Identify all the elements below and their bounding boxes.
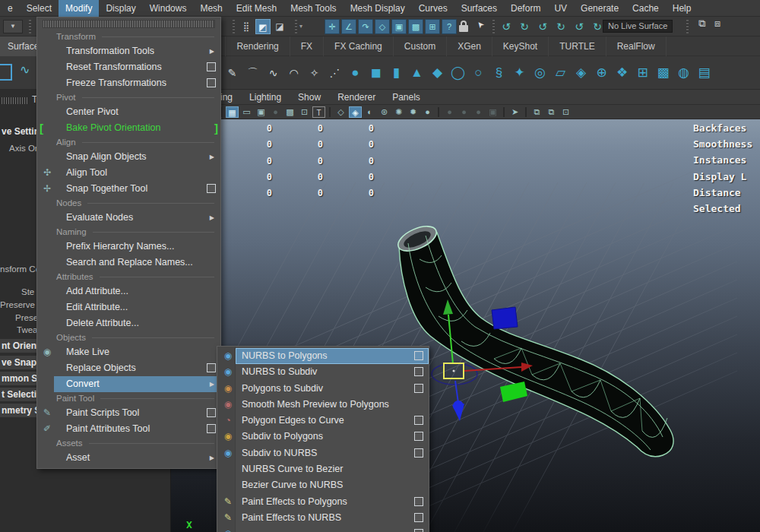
menubar-item[interactable]: Curves [412, 0, 454, 17]
viewport-toolbar-icon[interactable]: ▣ [486, 106, 499, 118]
menu-item[interactable]: [ Search and Replace Names... ▶ ] [37, 255, 220, 271]
viewport-toolbar-icon[interactable] [329, 107, 331, 117]
option-box[interactable] [207, 184, 216, 193]
menu-set-dropdown[interactable]: ▼ [3, 20, 23, 33]
history-icon[interactable]: ↻ [518, 19, 530, 34]
option-box[interactable] [207, 424, 216, 433]
option-box[interactable] [207, 78, 216, 87]
separator[interactable] [233, 20, 235, 33]
menu-item[interactable]: [ Paint Tool ▶ ] [37, 392, 220, 405]
nurbs-square-icon[interactable] [0, 64, 12, 81]
option-box[interactable] [414, 367, 423, 376]
shelf-tab[interactable]: KeyShot [492, 36, 549, 56]
shelf-tab[interactable]: TURTLE [549, 36, 606, 56]
option-box[interactable] [414, 497, 423, 506]
panel-toggle-icon[interactable]: ⧉ [695, 17, 710, 30]
shelf-tab[interactable]: RealFlow [606, 36, 667, 56]
menu-item[interactable]: [ Attributes ▶ ] [37, 271, 220, 283]
option-box[interactable] [414, 448, 423, 458]
menubar-item[interactable]: Mesh Tools [283, 0, 343, 17]
menu-item[interactable]: [ ✎ Paint Scripts Tool ▶ ] [37, 405, 220, 421]
menu-item[interactable]: [ Objects ▶ ] [37, 331, 220, 344]
shelf-icon[interactable]: ✧ [304, 58, 325, 88]
shelf-icon[interactable]: ✎ [222, 58, 242, 88]
viewport-toolbar-icon[interactable]: ◈ [349, 106, 362, 118]
shelf-icon[interactable]: ▱ [550, 58, 571, 88]
highlight-selection-icon[interactable]: ➤ [473, 17, 488, 33]
viewport-toolbar-icon[interactable]: ● [472, 106, 485, 118]
panel-menu-item[interactable]: Renderer [329, 90, 384, 104]
panel-menu-item[interactable]: Show [290, 90, 329, 104]
selection-mask-icon[interactable]: ⣿ [239, 19, 254, 34]
viewport-toolbar-icon[interactable]: ✺ [392, 106, 405, 118]
tool-settings-label[interactable]: Prese [15, 313, 38, 322]
viewport-toolbar-icon[interactable]: ▭ [240, 106, 253, 118]
viewport-toolbar-icon[interactable]: ● [269, 106, 282, 118]
menu-item[interactable]: [ ✐ Paint Attributes Tool ▶ ] [37, 421, 220, 437]
menu-item[interactable]: [ Asset ▶ ] [37, 450, 220, 466]
menubar-item[interactable]: Mesh Display [344, 0, 412, 17]
snap-icon[interactable]: ? [442, 19, 457, 34]
menubar-item[interactable]: Modify [59, 0, 99, 17]
shelf-icon[interactable]: ❖ [612, 58, 632, 88]
menu-item[interactable]: [ Align ▶ ] [37, 136, 220, 149]
shelf-tab[interactable]: XGen [447, 36, 492, 56]
menubar-item[interactable]: Cache [625, 0, 666, 17]
viewport-toolbar-icon[interactable] [525, 107, 527, 117]
submenu-item[interactable]: ◔ Polygon Edges to Curve [217, 413, 429, 429]
shelf-tab[interactable]: FX Caching [324, 36, 394, 56]
viewport-toolbar-icon[interactable] [438, 107, 439, 117]
menubar-item[interactable]: Surfaces [454, 0, 504, 17]
snap-icon[interactable]: ⊞ [425, 19, 440, 34]
shelf-icon[interactable]: § [489, 58, 509, 88]
menu-item[interactable]: [ Delete Attribute... ▶ ] [37, 315, 220, 331]
menu-item[interactable]: [ Replace Objects ▶ ] [37, 360, 220, 376]
menu-item[interactable]: [ ✢ Snap Together Tool ▶ ] [37, 181, 220, 197]
menubar-item[interactable]: e [1, 0, 20, 17]
tool-settings-label[interactable]: Axis Ori [9, 144, 40, 153]
tool-settings-label[interactable]: nsform Co [0, 264, 40, 274]
tool-settings-label[interactable]: Twea [17, 325, 38, 334]
shelf-icon[interactable]: ● [345, 58, 366, 88]
shelf-icon[interactable]: ◍ [673, 58, 694, 88]
viewport-toolbar-icon[interactable]: ➤ [508, 106, 521, 118]
history-icon[interactable]: ↺ [573, 19, 585, 34]
shelf-icon[interactable]: ⌒ [242, 58, 263, 88]
menubar-item[interactable]: Mesh [193, 0, 229, 17]
shelf-icon[interactable]: ⊞ [632, 58, 653, 88]
shelf-icon[interactable]: ⊕ [591, 58, 612, 88]
menubar-item[interactable]: Generate [574, 0, 625, 17]
viewport-toolbar-icon[interactable]: ▦ [226, 106, 239, 118]
submenu-item[interactable]: Bezier Curve to NURBS [217, 477, 429, 493]
shelf-icon[interactable]: ▤ [694, 58, 714, 88]
menu-item[interactable]: [ Snap Align Objects ▶ ] [37, 149, 220, 165]
snap-icon[interactable]: ◇ [375, 19, 390, 34]
viewport-toolbar-icon[interactable]: ⊡ [298, 106, 311, 118]
option-box[interactable] [414, 384, 423, 393]
menu-item[interactable]: [ Transformation Tools ▶ ] [37, 43, 220, 59]
menu-item-icon[interactable]: ✣ [40, 165, 55, 181]
shelf-tab[interactable]: Rendering [226, 36, 290, 56]
shelf-icon[interactable]: ∿ [263, 58, 283, 88]
viewport-toolbar-icon[interactable]: ✹ [407, 106, 420, 118]
history-icon[interactable]: ↻ [555, 19, 567, 34]
lock-icon[interactable] [458, 21, 470, 33]
submenu-item[interactable]: ◉ [217, 526, 429, 532]
snap-icon[interactable]: ↷ [358, 19, 373, 34]
menubar-item[interactable]: UV [547, 0, 574, 17]
submenu-item[interactable]: ◉ Subdiv to Polygons [217, 429, 429, 445]
viewport-toolbar-icon[interactable]: ● [458, 106, 470, 118]
viewport-toolbar-icon[interactable]: ⊡ [559, 106, 572, 118]
shelf-icon[interactable]: ▮ [386, 58, 407, 88]
menu-item-icon[interactable]: ✐ [40, 421, 55, 437]
tool-settings-label[interactable]: Ste [21, 287, 34, 296]
snap-icon[interactable]: ▩ [408, 19, 423, 34]
shelf-icon[interactable]: ◈ [571, 58, 591, 88]
viewport-toolbar-icon[interactable]: ◐ [363, 106, 376, 118]
menu-item[interactable]: [ Nodes ▶ ] [37, 197, 220, 210]
shelf-icon[interactable]: ◎ [530, 58, 550, 88]
menu-item[interactable]: [ ✣ Align Tool ▶ ] [37, 165, 220, 181]
snap-icon[interactable]: ∠ [341, 19, 356, 34]
option-box[interactable] [207, 62, 216, 71]
shelf-icon[interactable]: ◆ [427, 58, 448, 88]
